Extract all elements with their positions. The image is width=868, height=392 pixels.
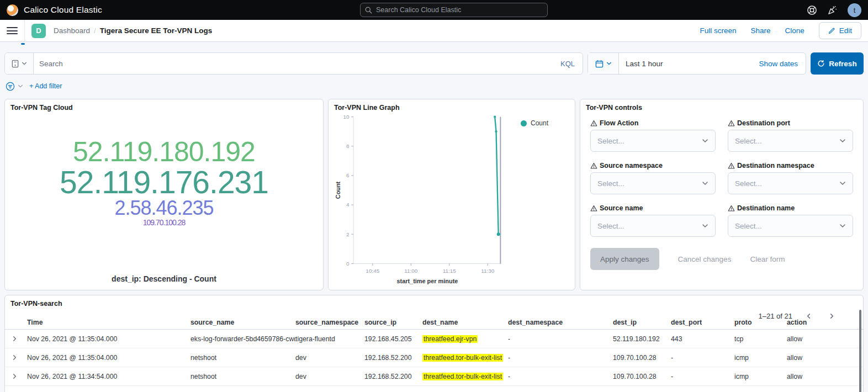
control-select[interactable]: Select... <box>728 172 853 194</box>
time-range-value[interactable]: Last 1 hour <box>619 60 663 68</box>
refresh-button[interactable]: Refresh <box>811 52 864 75</box>
search-icon <box>365 7 372 14</box>
apply-changes-button[interactable]: Apply changes <box>590 248 659 270</box>
date-quick-menu-button[interactable] <box>588 53 619 74</box>
warning-triangle-icon <box>590 162 597 169</box>
column-header: source_name <box>190 319 295 326</box>
svg-text:10:45: 10:45 <box>366 268 379 274</box>
kql-language-button[interactable]: KQL <box>553 60 583 68</box>
table-scrollbar[interactable] <box>859 310 861 392</box>
control-label: Source name <box>590 204 716 212</box>
tag-cloud-caption: dest_ip: Descending - Count <box>5 274 323 283</box>
saved-query-menu-button[interactable] <box>5 53 34 74</box>
calendar-icon <box>595 60 604 68</box>
add-filter-button[interactable]: + Add filter <box>29 82 62 90</box>
chevron-down-icon <box>839 223 846 229</box>
calico-logo-icon <box>7 4 18 16</box>
next-page-button[interactable] <box>824 309 839 323</box>
column-header: source_namespace <box>295 319 364 326</box>
table-cell: 192.168.52.200 <box>364 354 422 362</box>
space-badge[interactable]: D <box>31 24 46 38</box>
table-header-row: Timesource_namesource_namespacesource_ip… <box>5 315 863 330</box>
svg-text:11:00: 11:00 <box>404 268 418 274</box>
control-label: Destination port <box>728 119 853 127</box>
panel-title: Tor-VPN-search <box>5 295 863 308</box>
full-screen-button[interactable]: Full screen <box>700 27 736 35</box>
edit-button[interactable]: Edit <box>819 22 861 39</box>
chevron-down-icon[interactable] <box>18 83 23 89</box>
expand-row-button[interactable] <box>5 336 27 342</box>
table-cell: - <box>508 373 613 380</box>
expand-row-button[interactable] <box>5 354 27 361</box>
control-field: Destination portSelect... <box>728 119 853 152</box>
warning-triangle-icon <box>590 205 597 212</box>
tag-cloud: 52.119.180.19252.119.176.2312.58.46.2351… <box>5 138 323 226</box>
user-avatar[interactable]: t <box>848 3 861 17</box>
prev-page-button[interactable] <box>801 309 816 323</box>
chevron-left-icon <box>806 313 812 319</box>
newsfeed-party-icon[interactable] <box>827 5 838 15</box>
chart-legend[interactable]: Count <box>521 119 548 127</box>
table-cell: allow <box>787 373 863 380</box>
scroll-indicator <box>21 43 25 45</box>
legend-label: Count <box>531 119 548 127</box>
warning-triangle-icon <box>728 120 735 127</box>
table-cell: dev <box>295 354 364 362</box>
breadcrumb-dashboard[interactable]: Dashboard <box>54 27 90 35</box>
warning-triangle-icon <box>728 205 735 212</box>
column-header: Time <box>27 319 190 326</box>
expand-row-icon <box>12 336 18 342</box>
global-search-box[interactable] <box>360 3 548 17</box>
control-field: Destination namespaceSelect... <box>728 162 853 194</box>
clone-button[interactable]: Clone <box>785 27 804 35</box>
breadcrumb: Dashboard / Tigera Secure EE Tor-VPN Log… <box>54 27 212 35</box>
control-label: Source namespace <box>590 162 716 169</box>
share-button[interactable]: Share <box>750 27 770 35</box>
table-cell: 192.168.45.205 <box>364 335 422 343</box>
query-search-input[interactable] <box>34 60 553 68</box>
table-cell: Nov 26, 2021 @ 11:35:04.000 <box>27 335 190 343</box>
help-lifebuoy-icon[interactable] <box>807 5 817 15</box>
table-cell: tigera-fluentd <box>295 335 364 343</box>
column-header: source_ip <box>364 319 422 326</box>
chevron-down-icon <box>839 137 846 144</box>
panel-tag-cloud: Tor-VPN Tag Cloud 52.119.180.19252.119.1… <box>4 99 324 290</box>
control-label: Destination namespace <box>728 162 853 169</box>
column-header: dest_name <box>422 319 508 326</box>
svg-text:10: 10 <box>343 114 350 120</box>
navbar: D Dashboard / Tigera Secure EE Tor-VPN L… <box>0 20 868 42</box>
control-select[interactable]: Select... <box>590 215 716 237</box>
table-cell: 443 <box>671 335 734 343</box>
control-select[interactable]: Select... <box>590 172 716 194</box>
table-cell: - <box>508 335 613 343</box>
tag-cloud-item[interactable]: 52.119.180.192 <box>73 138 255 166</box>
table-cell: icmp <box>734 373 787 380</box>
cancel-changes-button[interactable]: Cancel changes <box>678 255 732 263</box>
chevron-down-icon <box>839 180 846 187</box>
table-cell: netshoot <box>190 354 295 362</box>
tag-cloud-item[interactable]: 109.70.100.28 <box>143 219 186 226</box>
global-search-input[interactable] <box>376 6 543 14</box>
line-chart: 024681010:4511:0011:1511:30start_time pe… <box>329 113 575 290</box>
tag-cloud-item[interactable]: 2.58.46.235 <box>114 198 213 219</box>
clear-form-button[interactable]: Clear form <box>750 255 785 263</box>
table-cell: 192.168.52.200 <box>364 373 422 380</box>
filter-bar: + Add filter <box>6 80 864 92</box>
table-cell: 52.119.180.192 <box>613 335 671 343</box>
menu-hamburger-icon[interactable] <box>7 27 18 34</box>
table-cell: threatfeed.ejr-vpn <box>422 335 508 343</box>
svg-text:0: 0 <box>346 261 350 267</box>
filter-circle-icon[interactable] <box>6 82 15 91</box>
show-dates-button[interactable]: Show dates <box>759 60 806 68</box>
tag-cloud-item[interactable]: 52.119.176.231 <box>60 166 268 198</box>
control-select[interactable]: Select... <box>728 130 853 152</box>
expand-row-button[interactable] <box>5 373 27 379</box>
table-cell: - <box>508 354 613 362</box>
svg-text:8: 8 <box>346 143 350 149</box>
table-cell: threatfeed.tor-bulk-exit-list <box>422 373 508 380</box>
control-select[interactable]: Select... <box>590 130 716 152</box>
control-select[interactable]: Select... <box>728 215 853 237</box>
control-field: Source nameSelect... <box>590 204 716 237</box>
svg-text:11:30: 11:30 <box>481 268 495 274</box>
table-cell: icmp <box>734 354 787 362</box>
